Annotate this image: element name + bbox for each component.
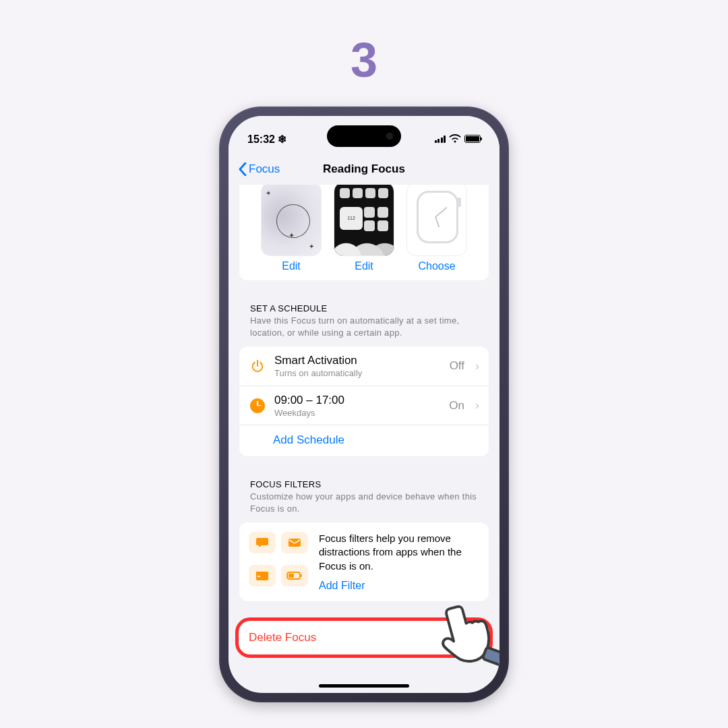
iphone-frame: 15:32 ❄ Focus Reading Focus ✦✦ [219,107,509,702]
battery-icon [464,135,481,143]
screen: 15:32 ❄ Focus Reading Focus ✦✦ [229,116,499,693]
smart-activation-value: Off [450,359,464,373]
lock-screen-edit-label: Edit [282,260,301,272]
status-time: 15:32 ❄ [247,133,286,146]
dynamic-island [327,125,401,147]
chevron-right-icon: › [475,359,479,373]
wifi-icon [449,133,461,145]
schedule-header-desc: Have this Focus turn on automatically at… [250,315,478,338]
step-number-label: 3 [351,32,377,88]
home-screen-thumbnail: 112 [334,185,394,256]
navigation-bar: Focus Reading Focus [229,154,499,185]
lock-screen-thumbnail: ✦✦ [261,185,322,256]
back-button[interactable]: Focus [234,160,284,179]
filters-header-desc: Customize how your apps and device behav… [250,491,478,514]
home-indicator[interactable] [319,684,409,688]
time-schedule-sub: Weekdays [274,408,441,418]
cellular-icon [435,135,446,143]
home-screen-tile[interactable]: 112 Edit [332,185,396,272]
svg-rect-0 [289,539,301,547]
watch-face-tile[interactable]: Choose [405,185,468,272]
svg-rect-6 [301,574,302,577]
delete-focus-button[interactable]: Delete Focus [239,621,489,654]
time-schedule-row[interactable]: 09:00 – 17:00 Weekdays On › [239,386,489,425]
watch-thumbnail [406,185,467,256]
filters-body-text: Focus filters help you remove distractio… [319,532,479,573]
smart-activation-title: Smart Activation [274,354,442,367]
schedule-group: Smart Activation Turns on automatically … [239,346,489,456]
home-screen-edit-label: Edit [355,260,373,272]
filters-icon-grid [249,532,308,592]
schedule-section-header: SET A SCHEDULE Have this Focus turn on a… [239,280,489,341]
lock-screen-tile[interactable]: ✦✦ Edit [260,185,323,272]
low-power-icon [281,565,308,586]
add-filter-button[interactable]: Add Filter [319,580,365,592]
customize-screens-card: ✦✦ Edit 112 Edit [239,185,489,280]
time-schedule-title: 09:00 – 17:00 [274,394,441,407]
messages-icon [249,532,276,553]
svg-rect-5 [289,574,294,578]
back-label: Focus [249,162,280,176]
time-schedule-value: On [449,399,464,413]
watch-choose-label: Choose [418,260,455,272]
svg-rect-2 [256,572,268,574]
filters-header-title: FOCUS FILTERS [250,479,478,489]
page-title: Reading Focus [323,162,405,176]
smart-activation-sub: Turns on automatically [274,368,442,378]
mail-icon [281,532,308,553]
focus-filters-card[interactable]: Focus filters help you remove distractio… [239,522,489,601]
power-icon [249,357,266,375]
calendar-icon [249,565,276,586]
svg-rect-3 [257,576,260,577]
schedule-header-title: SET A SCHEDULE [250,303,478,313]
clock-icon [249,397,266,415]
delete-focus-group: Delete Focus [239,621,489,654]
smart-activation-row[interactable]: Smart Activation Turns on automatically … [239,346,489,386]
chevron-right-icon: › [475,398,479,413]
chevron-left-icon [238,162,247,176]
filters-section-header: FOCUS FILTERS Customize how your apps an… [239,456,489,517]
add-schedule-button[interactable]: Add Schedule [239,425,489,456]
